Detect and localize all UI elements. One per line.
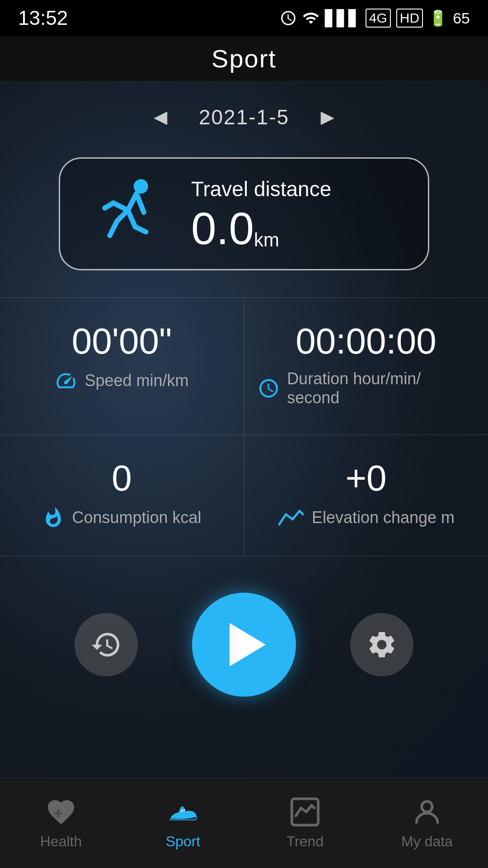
history-button[interactable] xyxy=(75,613,138,676)
heart-icon xyxy=(45,796,77,828)
stat-duration: 00:00:00 Duration hour/min/ second xyxy=(244,298,488,435)
settings-button[interactable] xyxy=(350,613,413,676)
status-bar: 13:52 ▋▋▋ 4G HD 🔋 65 xyxy=(0,0,488,36)
stat-consumption: 0 Consumption kcal xyxy=(0,435,244,557)
nav-label-trend: Trend xyxy=(286,833,324,850)
elevation-label-row: Elevation change m xyxy=(277,506,455,529)
alarm-icon xyxy=(280,9,297,27)
distance-label: Travel distance xyxy=(191,177,331,201)
stat-speed: 00'00" Speed min/km xyxy=(0,298,244,435)
distance-info: Travel distance 0.0km xyxy=(191,177,331,251)
nav-label-health: Health xyxy=(40,833,82,850)
network-badge: 4G xyxy=(366,9,391,28)
duration-label-row: Duration hour/min/ second xyxy=(258,369,474,407)
nav-item-sport[interactable]: Sport xyxy=(122,787,244,859)
elevation-value: +0 xyxy=(345,458,386,499)
date-prev-button[interactable]: ◄ xyxy=(149,104,172,130)
battery-level: 65 xyxy=(453,9,470,27)
content-wrapper: ◄ 2021-1-5 ► Travel distance 0.0km xyxy=(0,81,488,724)
consumption-label-row: Consumption kcal xyxy=(42,506,201,529)
consumption-value: 0 xyxy=(112,458,132,499)
play-button[interactable] xyxy=(192,593,296,697)
signal-icon: ▋▋▋ xyxy=(325,9,360,27)
speed-icon xyxy=(55,369,77,392)
distance-card: Travel distance 0.0km xyxy=(59,157,429,270)
nav-item-trend[interactable]: Trend xyxy=(244,787,366,859)
duration-label: Duration hour/min/ second xyxy=(287,369,474,407)
hd-badge: HD xyxy=(396,9,423,28)
distance-value-row: 0.0km xyxy=(191,206,331,251)
battery-icon: 🔋 xyxy=(428,9,447,27)
speed-label: Speed min/km xyxy=(84,371,188,390)
controls-row xyxy=(0,557,488,724)
distance-value: 0.0 xyxy=(191,203,254,254)
speed-label-row: Speed min/km xyxy=(55,369,188,392)
nav-label-mydata: My data xyxy=(401,833,453,850)
nav-item-mydata[interactable]: My data xyxy=(366,787,488,859)
speed-value: 00'00" xyxy=(72,321,172,362)
play-icon xyxy=(230,623,266,666)
date-navigation: ◄ 2021-1-5 ► xyxy=(149,81,338,148)
stat-elevation: +0 Elevation change m xyxy=(244,435,488,557)
status-icons: ▋▋▋ 4G HD 🔋 65 xyxy=(280,9,470,28)
svg-point-2 xyxy=(422,802,432,812)
wifi-icon xyxy=(302,9,319,27)
runner-icon xyxy=(92,178,164,250)
distance-unit: km xyxy=(254,229,279,250)
clock-icon xyxy=(90,629,122,660)
page-title: Sport xyxy=(211,44,277,73)
fire-icon xyxy=(42,506,65,529)
nav-label-sport: Sport xyxy=(166,833,200,850)
stats-grid: 00'00" Speed min/km 00:00:00 Duration ho… xyxy=(0,297,488,557)
date-next-button[interactable]: ► xyxy=(316,104,339,130)
profile-icon xyxy=(411,796,443,828)
main-content: ◄ 2021-1-5 ► Travel distance 0.0km xyxy=(0,81,488,778)
elevation-label: Elevation change m xyxy=(312,508,455,527)
date-display: 2021-1-5 xyxy=(199,105,289,129)
shoe-icon xyxy=(167,796,199,828)
bottom-navigation: Health Sport Trend My data xyxy=(0,778,488,868)
gear-icon xyxy=(366,629,398,660)
status-time: 13:52 xyxy=(18,7,68,29)
elevation-icon xyxy=(277,506,305,529)
trend-icon xyxy=(289,796,321,828)
header: Sport xyxy=(0,36,488,81)
consumption-label: Consumption kcal xyxy=(72,508,201,527)
duration-icon xyxy=(258,377,280,400)
nav-item-health[interactable]: Health xyxy=(0,787,122,859)
duration-value: 00:00:00 xyxy=(296,321,436,362)
